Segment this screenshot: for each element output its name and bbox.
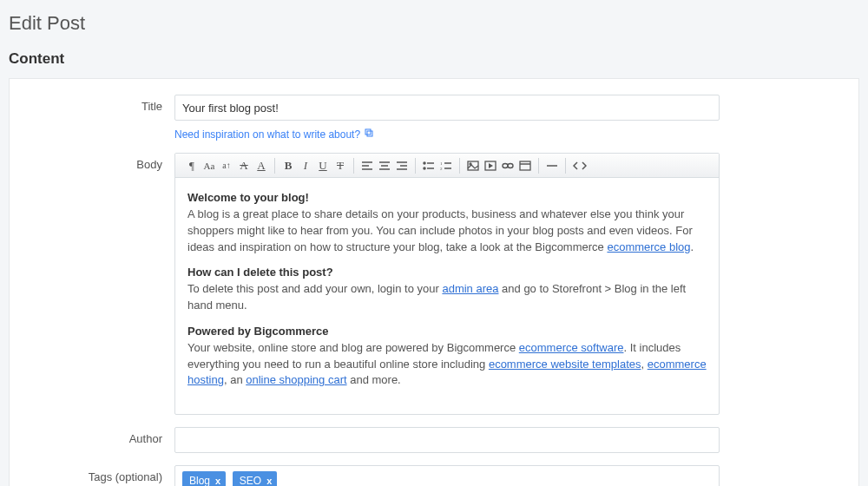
tag-remove-icon[interactable]: x [215, 476, 220, 486]
title-row: Title Need inspiration on what to write … [10, 95, 858, 141]
tags-row: Tags (optional) Blog x SEO x Hit enter t… [10, 465, 858, 486]
body-heading-3: Powered by Bigcommerce [187, 325, 329, 338]
ordered-list-button[interactable]: 12 [438, 157, 454, 174]
align-left-button[interactable] [359, 157, 375, 174]
svg-point-24 [508, 163, 513, 167]
svg-rect-0 [365, 129, 371, 135]
body-label: Body [10, 153, 174, 171]
image-icon[interactable] [465, 157, 481, 174]
rich-text-editor: ¶ Aa a↑ A A B I U T [174, 153, 720, 415]
author-row: Author [10, 427, 858, 453]
bold-button[interactable]: B [280, 157, 296, 174]
ecommerce-blog-link[interactable]: ecommerce blog [607, 240, 690, 253]
font-size-button[interactable]: a↑ [219, 157, 234, 174]
tags-input[interactable]: Blog x SEO x Hit enter to add multiple t… [174, 465, 720, 486]
svg-rect-1 [367, 131, 372, 136]
svg-marker-22 [489, 163, 493, 168]
body-heading-1: Welcome to your blog! [187, 191, 309, 204]
author-label: Author [10, 427, 174, 445]
svg-point-13 [424, 167, 425, 169]
body-p3-e: and more. [347, 373, 401, 386]
inspiration-link[interactable]: Need inspiration on what to write about? [174, 128, 374, 141]
svg-rect-25 [520, 161, 530, 170]
svg-rect-19 [468, 161, 478, 170]
body-p1-b: . [691, 240, 694, 253]
inspiration-link-text: Need inspiration on what to write about? [174, 128, 360, 141]
italic-button[interactable]: I [298, 157, 313, 174]
editor-content[interactable]: Welcome to your blog! A blog is a great … [175, 178, 719, 414]
page-title: Edit Post [0, 0, 868, 50]
clear-format-button[interactable]: A [236, 157, 252, 174]
font-family-button[interactable]: Aa [201, 157, 217, 174]
tag-label: Blog [189, 475, 210, 486]
ecommerce-software-link[interactable]: ecommerce software [519, 341, 624, 354]
underline-button[interactable]: U [315, 157, 331, 174]
tag-chip: Blog x [182, 471, 226, 486]
svg-point-23 [503, 163, 508, 167]
editor-toolbar: ¶ Aa a↑ A A B I U T [175, 154, 719, 178]
paragraph-icon[interactable]: ¶ [184, 157, 200, 174]
strikethrough-button[interactable]: T [332, 157, 348, 174]
title-label: Title [10, 95, 174, 113]
svg-point-11 [424, 162, 425, 164]
text-color-button[interactable]: A [253, 157, 269, 174]
content-panel: Title Need inspiration on what to write … [9, 78, 859, 486]
body-heading-2: How can I delete this post? [187, 266, 333, 279]
ecommerce-templates-link[interactable]: ecommerce website templates [489, 358, 641, 371]
admin-area-link[interactable]: admin area [442, 282, 498, 295]
tag-chip: SEO x [233, 471, 277, 486]
shopping-cart-link[interactable]: online shopping cart [246, 373, 346, 386]
tags-label: Tags (optional) [10, 465, 174, 483]
svg-text:1: 1 [440, 161, 443, 166]
hr-button[interactable] [544, 157, 560, 174]
tag-remove-icon[interactable]: x [266, 476, 272, 486]
align-center-button[interactable] [377, 157, 392, 174]
external-link-icon [364, 128, 374, 141]
svg-text:2: 2 [440, 167, 443, 171]
body-p2-a: To delete this post and add your own, lo… [187, 282, 442, 295]
body-p3-c: , [641, 358, 647, 371]
align-right-button[interactable] [394, 157, 410, 174]
author-input[interactable] [174, 427, 720, 453]
code-view-button[interactable] [571, 157, 589, 174]
body-p3-a: Your website, online store and blog are … [187, 341, 519, 354]
embed-icon[interactable] [517, 157, 533, 174]
tag-label: SEO [240, 475, 261, 486]
section-title-content: Content [0, 50, 868, 78]
link-icon[interactable] [500, 157, 516, 174]
body-p3-d: , an [224, 373, 246, 386]
body-row: Body ¶ Aa a↑ A A B I U T [10, 153, 858, 415]
video-icon[interactable] [483, 157, 498, 174]
title-input[interactable] [174, 95, 720, 121]
bullet-list-button[interactable] [421, 157, 437, 174]
